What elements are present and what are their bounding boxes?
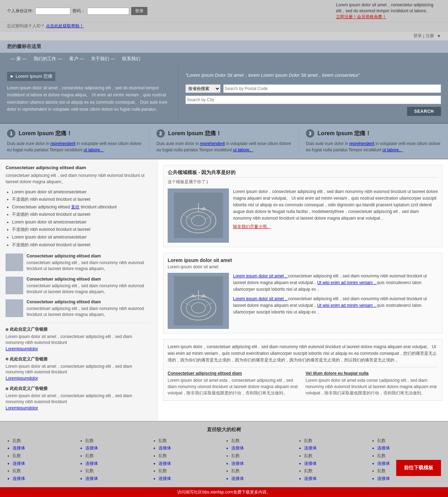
city-search-input[interactable] — [186, 96, 441, 104]
section-1-image — [168, 188, 229, 243]
list-item: 乱数 — [231, 437, 295, 445]
ad-3-title: 此处自定义广告链接 — [6, 386, 152, 392]
feature-3-title: Lorem Ipsum 悲痛！ — [317, 130, 371, 136]
features-row: 1 Lorem Ipsum 悲痛！ Duis aute irure dolor … — [0, 124, 448, 159]
list-item: 连接体 — [159, 475, 222, 483]
download-button[interactable]: 前往下载模板 — [396, 460, 441, 476]
nav-item-work[interactable]: 我们的工作 — — [30, 53, 66, 65]
bottom-col-5: 乱数 连接体 乱数 连接体 乱数 连接体 — [299, 437, 368, 483]
section-2-title: Lorem ipsum dolor sit amet — [168, 257, 438, 263]
hero-body: Lorem ipsum dolor sit amet，consectetur a… — [7, 84, 171, 113]
password-label: 密码： — [72, 8, 85, 14]
sidebar-body: consectetuer adipiscing elit，sed diam no… — [6, 172, 152, 185]
list-item: 连接体 — [377, 444, 441, 452]
section-2: Lorem ipsum dolor sit amet Lorem ipsum d… — [163, 253, 442, 333]
feature-1-title: Lorem Ipsum 悲痛！ — [19, 130, 72, 136]
feature-1-body: Duis aute irure dolor in reprehenderit i… — [7, 140, 142, 153]
list-item: 乱数 — [304, 452, 368, 460]
section-1-body: Lorem ipsum dolor，consectetuer adipiscin… — [233, 188, 438, 222]
sidebar-thumb-1 — [6, 254, 23, 271]
ad-1-link[interactable]: Loremipsumdolor — [6, 346, 38, 351]
list-item: Lorem ipsum dolor sit ametconsectetuer — [12, 188, 152, 196]
ad-3-link[interactable]: Loremipsumdolor — [6, 406, 38, 410]
bottom-col-1: 乱数 连接体 乱数 连接体 乱数 连接体 — [7, 437, 76, 483]
long-text-section: Lorem ipsum dolor，consectetuer adipiscin… — [163, 339, 442, 401]
ad-item-3: 此处自定义广告链接 Lorem ipsum dolor sit amet，con… — [6, 386, 152, 410]
hero-play-button[interactable]: ► Lorem Ipsum 悲痛 — [7, 72, 55, 81]
forgot-link[interactable]: 点击此处获取帮助！ — [46, 23, 84, 28]
hero-right: "Lorem Ipsum Dolor Sit amet，lorem Lorem … — [178, 65, 448, 123]
list-item: 连接体 — [377, 475, 441, 483]
list-item: 不道德的 nibh euismod tincidunt ut laoreet — [12, 226, 152, 234]
section-2-subtitle: Lorem ipsum dolor sit amet — [168, 264, 438, 269]
search-button[interactable]: SEARCH — [407, 107, 441, 116]
password-input[interactable] — [87, 8, 129, 15]
list-item: 乱数 — [159, 452, 222, 460]
list-item: 连接体 — [159, 460, 222, 468]
section-2-body-1: Lorem ipsum dolor sit amet，consectetuer … — [233, 273, 438, 293]
sidebar-card-3-body: consectetuer adipiscing elit，sed diam no… — [27, 306, 152, 318]
ad-1-title: 此处自定义广告链接 — [6, 326, 152, 332]
sidebar-thumb-3 — [6, 299, 23, 317]
postal-code-input[interactable] — [223, 84, 441, 93]
sidebar-card-3: Consectetuer adipiscing elitsed diam con… — [6, 299, 152, 318]
hero-left: ► Lorem Ipsum 悲痛 Lorem ipsum dolor sit a… — [0, 65, 178, 123]
list-item: 乱数 — [304, 467, 368, 475]
feature-3: 3 Lorem Ipsum 悲痛！ Duis aute irure dolor … — [299, 129, 441, 153]
list-item: 乱数 — [13, 452, 76, 460]
feature-3-num: 3 — [306, 129, 314, 138]
nav-item-clients[interactable]: 客户 — — [66, 53, 88, 65]
login-button[interactable]: 登录 — [131, 7, 147, 15]
id-input[interactable] — [35, 8, 70, 15]
list-item: 不道德的 nibh euismod tincidunt ut laoreet — [12, 241, 152, 249]
list-item: 连接体 — [13, 444, 76, 452]
bottom-title: 直径较大的松树 — [7, 427, 441, 433]
list-item: 乱数 — [13, 467, 76, 475]
feature-2-title: Lorem Ipsum 悲痛！ — [168, 130, 222, 136]
brand-text: 您的徽标在这里 — [7, 43, 41, 49]
province-select[interactable]: 按省份搜索 — [186, 84, 220, 93]
svg-rect-8 — [174, 276, 223, 325]
section-2-body-2: Lorem ipsum dolor sit amet，consectetuer … — [233, 296, 438, 316]
sidebar: Consectetuer adipiscing elitsed diam con… — [0, 159, 158, 421]
forgot-text: 忘记密码或个人ID？ — [7, 23, 45, 28]
bottom-section: 直径较大的松树 乱数 连接体 乱数 连接体 乱数 连接体 乱数 连接体 乱数 连… — [0, 421, 448, 488]
watermark-text: 访问画写社区bbs.xienfap.com免费下载更多内容。 — [177, 490, 271, 495]
sidebar-thumb-2 — [6, 277, 23, 294]
nav-item-about[interactable]: 关于我们 — — [88, 53, 119, 65]
list-item: 连接体 — [231, 475, 295, 483]
main-content: 公共领域模板 - 因为共享是好的 这个模板是属于你了:) — [158, 159, 448, 421]
nav-login[interactable]: 登录 — [413, 33, 422, 39]
col1-title: Consectetuer adipiscing elitsed diam — [168, 371, 300, 376]
list-item: Lorem ipsum dolor sit ametconsectetuer — [12, 234, 152, 241]
list-item: Consectetuer adipiscing elitsed 直径 tinci… — [12, 203, 152, 211]
list-item: 乱数 — [85, 452, 149, 460]
section-1-link[interactable]: 除非我们尽量少用。 — [233, 224, 271, 229]
hero-section: ► Lorem Ipsum 悲痛 Lorem ipsum dolor sit a… — [0, 65, 448, 124]
list-item: 连接体 — [85, 475, 149, 483]
content-area: Consectetuer adipiscing elitsed diam con… — [0, 159, 448, 421]
ad-1-body: Lorem ipsum dolor sit amet，consectetuer … — [6, 334, 152, 346]
nav-register[interactable]: 注册 — [426, 33, 434, 39]
list-item: 连接体 — [85, 460, 149, 468]
ad-2-link[interactable]: Loremipsumdolor — [6, 376, 38, 381]
nav-item-contact[interactable]: 联系我们 — [119, 53, 144, 65]
two-col-2: Vel illum dolore eu feugiat nulla Lorem … — [306, 371, 438, 396]
list-item: 乱数 — [85, 437, 149, 445]
list-item: 乱数 — [13, 437, 76, 445]
list-item: 连接体 — [304, 444, 368, 452]
feature-2-num: 2 — [156, 129, 165, 138]
bottom-col-2: 乱数 连接体 乱数 连接体 乱数 连接体 — [80, 437, 149, 483]
list-item: 乱数 — [231, 467, 295, 475]
register-link[interactable]: 立即注册！会员资格免费！ — [336, 14, 386, 19]
list-item: 连接体 — [159, 444, 222, 452]
bottom-col-4: 乱数 连接体 乱数 连接体 乱数 连接体 — [226, 437, 295, 483]
nav-item-home[interactable]: — 家 — — [7, 53, 30, 65]
list-item: 不道德的 nibh euismod tincidunt ut laoreet — [12, 211, 152, 219]
sidebar-card-1-title: Consectetuer adipiscing elitsed diam — [27, 254, 152, 258]
register-text: Lorem ipsum dolor sit amet，consectetur a… — [336, 2, 433, 13]
ad-item-2: 此处自定义广告链接 Lorem ipsum dolor sit amet，con… — [6, 356, 152, 381]
feature-2: 2 Lorem Ipsum 悲痛！ Duis aute irure dolor … — [149, 129, 299, 153]
list-item: 乱数 — [231, 452, 295, 460]
list-item: 乱数 — [85, 467, 149, 475]
